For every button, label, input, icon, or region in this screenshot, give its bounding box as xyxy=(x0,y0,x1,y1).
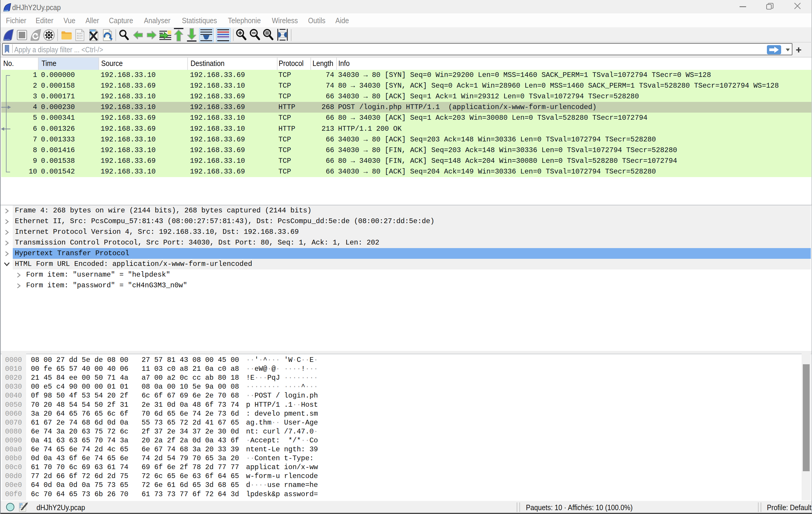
svg-text:000: 000 xyxy=(20,505,24,507)
svg-text:0111: 0111 xyxy=(77,37,83,39)
